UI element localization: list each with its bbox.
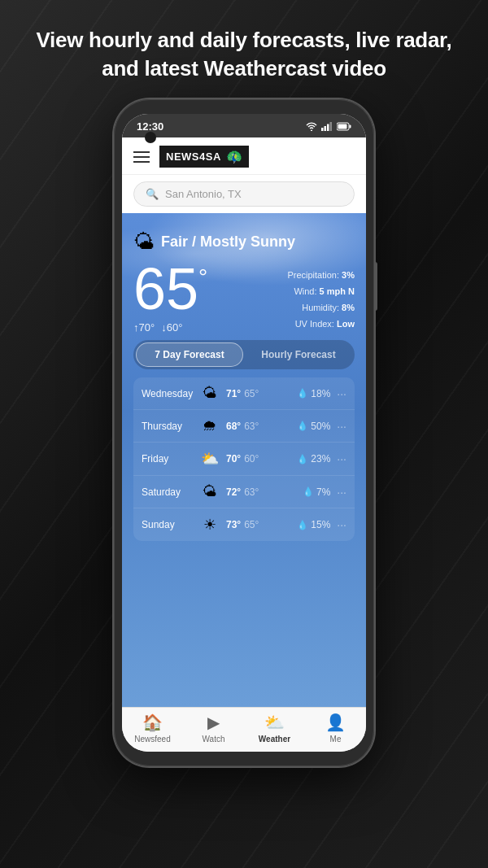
forecast-more-icon[interactable]: ··· (337, 420, 346, 433)
forecast-high: 72° (226, 486, 241, 498)
wifi-icon (306, 122, 317, 131)
nav-item-me[interactable]: 👤Me (305, 713, 366, 744)
forecast-precip: 💧 18% (293, 388, 330, 399)
forecast-icon: ☀ (200, 516, 220, 534)
forecast-more-icon[interactable]: ··· (337, 387, 346, 400)
details-section: Precipitation: 3% Wind: 5 mph N Humidity… (287, 268, 355, 332)
precip-drop-icon: 💧 (297, 454, 308, 465)
precip-drop-icon: 💧 (297, 520, 308, 530)
precip-drop-icon: 💧 (297, 388, 308, 399)
nav-icon-weather: ⛅ (264, 713, 285, 732)
forecast-row[interactable]: Friday ⛅ 70° 60° 💧 23% ··· (133, 443, 355, 476)
phone-frame: 12:30 (114, 99, 374, 766)
forecast-low: 63° (244, 486, 259, 498)
nav-label-weather: Weather (259, 735, 290, 744)
search-icon: 🔍 (146, 188, 159, 200)
forecast-row[interactable]: Saturday 🌤 72° 63° 💧 7% ··· (133, 476, 355, 508)
forecast-temps: 68° 63° (226, 421, 290, 432)
forecast-precip: 💧 23% (293, 453, 330, 465)
phone-screen: 12:30 (122, 114, 366, 752)
forecast-row[interactable]: Sunday ☀ 73° 65° 💧 15% ··· (133, 508, 355, 541)
promo-text: View hourly and daily forecasts, live ra… (0, 0, 488, 99)
day-forecast-button[interactable]: 7 Day Forecast (136, 342, 243, 367)
nav-item-watch[interactable]: ▶Watch (183, 713, 244, 744)
forecast-precip: 💧 15% (293, 519, 330, 530)
menu-button[interactable] (133, 151, 150, 163)
forecast-precip: 💧 7% (293, 486, 330, 498)
forecast-temps: 73° 65° (226, 519, 290, 530)
high-low: ↑70° ↓60° (133, 321, 207, 334)
precip-value: 50% (311, 421, 330, 432)
menu-line-2 (133, 156, 150, 158)
search-value: San Antonio, TX (165, 188, 242, 200)
status-bar: 12:30 (122, 114, 366, 137)
hourly-forecast-button[interactable]: Hourly Forecast (245, 342, 352, 367)
bottom-nav: 🏠Newsfeed▶Watch⛅Weather👤Me (122, 707, 366, 752)
battery-icon (337, 122, 351, 131)
forecast-icon: 🌤 (200, 385, 220, 402)
low-temp: ↓60° (161, 321, 182, 334)
signal-icon (321, 122, 333, 131)
forecast-day: Sunday (142, 519, 197, 530)
temp-details-row: 65 ° ↑70° ↓60° Precipitation: 3% (133, 260, 355, 334)
precip-value: 7% (316, 486, 330, 498)
uv-detail: UV Index: Low (287, 316, 355, 333)
search-input-container[interactable]: 🔍 San Antonio, TX (133, 181, 355, 207)
nav-item-weather[interactable]: ⛅Weather (244, 713, 305, 744)
forecast-more-icon[interactable]: ··· (337, 452, 346, 465)
forecast-low: 65° (244, 519, 259, 530)
menu-line-3 (133, 161, 150, 163)
news-logo: NEWS4SA 🦚 (159, 146, 249, 168)
forecast-icon: 🌧 (200, 417, 220, 434)
forecast-day: Saturday (142, 486, 197, 498)
nav-icon-me: 👤 (325, 713, 346, 732)
status-icons (306, 122, 351, 131)
search-bar: 🔍 San Antonio, TX (122, 175, 366, 213)
forecast-row[interactable]: Wednesday 🌤 71° 65° 💧 18% ··· (133, 377, 355, 410)
precip-value: 18% (311, 388, 330, 399)
nav-label-newsfeed: Newsfeed (134, 735, 170, 744)
main-temp: 65 ° (133, 260, 207, 318)
svg-rect-1 (325, 126, 327, 131)
forecast-high: 71° (226, 388, 241, 399)
nav-item-newsfeed[interactable]: 🏠Newsfeed (122, 713, 183, 744)
menu-line-1 (133, 151, 150, 153)
nav-label-watch: Watch (203, 735, 225, 744)
forecast-temps: 72° 63° (226, 486, 290, 498)
forecast-icon: 🌤 (200, 483, 220, 500)
forecast-more-icon[interactable]: ··· (337, 518, 346, 531)
condition-row: 🌤 Fair / Mostly Sunny (133, 229, 355, 255)
forecast-toggle: 7 Day Forecast Hourly Forecast (133, 340, 355, 369)
forecast-high: 73° (226, 519, 241, 530)
precip-drop-icon: 💧 (297, 421, 308, 431)
forecast-day: Wednesday (142, 388, 197, 399)
svg-rect-0 (321, 128, 324, 131)
svg-rect-2 (327, 124, 329, 132)
degree-symbol: ° (198, 266, 207, 289)
forecast-temps: 70° 60° (226, 453, 290, 465)
forecast-low: 60° (244, 453, 259, 465)
weather-main[interactable]: 🌤 Fair / Mostly Sunny 65 ° ↑70° ↓60° (122, 213, 366, 707)
forecast-temps: 71° 65° (226, 388, 290, 399)
forecast-low: 65° (244, 388, 259, 399)
condition-icon: 🌤 (133, 229, 155, 255)
forecast-precip: 💧 50% (293, 421, 330, 432)
precip-drop-icon: 💧 (303, 486, 314, 497)
peacock-icon: 🦚 (226, 149, 243, 164)
status-time: 12:30 (137, 120, 163, 133)
forecast-day: Friday (142, 453, 197, 465)
weather-content: 🌤 Fair / Mostly Sunny 65 ° ↑70° ↓60° (122, 213, 366, 549)
forecast-low: 63° (244, 421, 259, 432)
high-temp: ↑70° (133, 321, 155, 334)
svg-rect-5 (350, 125, 351, 129)
forecast-row[interactable]: Thursday 🌧 68° 63° 💧 50% ··· (133, 410, 355, 443)
condition-text: Fair / Mostly Sunny (161, 233, 295, 251)
nav-label-me: Me (330, 735, 342, 744)
app-header: NEWS4SA 🦚 (122, 137, 366, 175)
forecast-more-icon[interactable]: ··· (337, 486, 346, 499)
forecast-high: 70° (226, 453, 241, 465)
forecast-icon: ⛅ (200, 450, 220, 468)
precipitation-detail: Precipitation: 3% (287, 268, 355, 284)
forecast-list: Wednesday 🌤 71° 65° 💧 18% ··· Thursday 🌧… (133, 377, 355, 541)
wind-detail: Wind: 5 mph N (287, 284, 355, 300)
